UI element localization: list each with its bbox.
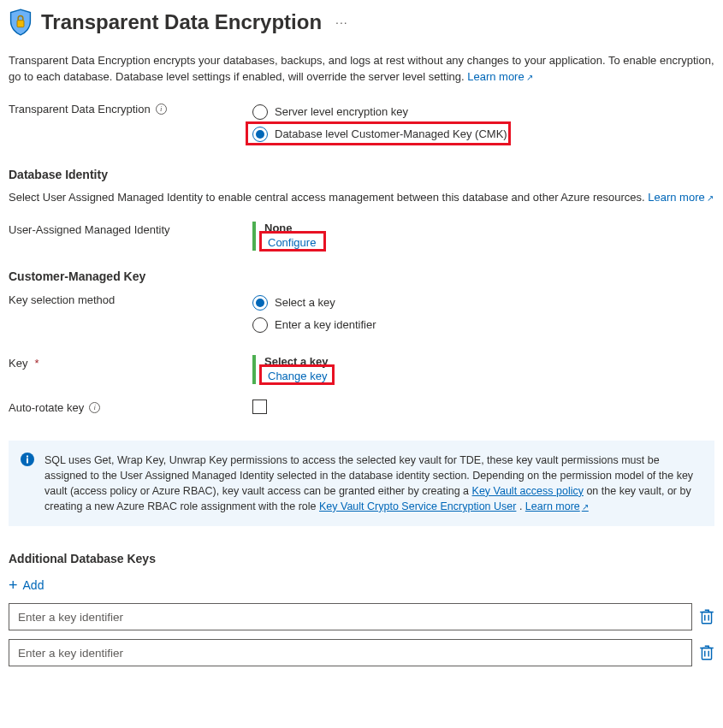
radio-icon[interactable]: [252, 317, 268, 333]
key-value: Select a key: [264, 355, 714, 368]
radio-enter-identifier[interactable]: Enter a key identifier: [252, 317, 714, 333]
radio-db-cmk[interactable]: Database level Customer-Managed Key (CMK…: [252, 127, 714, 142]
svg-rect-5: [702, 648, 711, 659]
key-identifier-row: [9, 639, 714, 666]
delete-icon[interactable]: [699, 608, 714, 625]
radio-server-level[interactable]: Server level encryption key: [252, 104, 714, 120]
key-label: Key: [9, 357, 27, 370]
identity-desc: Select User Assigned Managed Identity to…: [9, 190, 714, 206]
svg-rect-0: [17, 21, 24, 27]
intro-text: Transparent Data Encryption encrypts you…: [9, 53, 714, 86]
change-key-link[interactable]: Change key: [268, 370, 327, 382]
shield-lock-icon: [9, 9, 33, 36]
configure-identity-link[interactable]: Configure: [268, 236, 316, 249]
plus-icon: +: [9, 577, 18, 593]
info-note: SQL uses Get, Wrap Key, Unwrap Key permi…: [9, 441, 714, 527]
uami-label: User-Assigned Managed Identity: [9, 223, 170, 236]
key-identifier-input[interactable]: [9, 639, 692, 666]
info-icon[interactable]: i: [156, 104, 167, 115]
external-link-icon: ↗: [707, 193, 714, 203]
autorotate-row: Auto-rotate key i: [9, 400, 714, 417]
info-icon[interactable]: i: [89, 402, 100, 413]
autorotate-checkbox[interactable]: [252, 400, 267, 414]
page-title: Transparent Data Encryption: [41, 10, 322, 34]
delete-icon[interactable]: [699, 644, 714, 661]
page-header: Transparent Data Encryption ···: [9, 9, 714, 36]
key-identifier-row: [9, 603, 714, 630]
key-method-label: Key selection method: [9, 293, 115, 306]
radio-icon[interactable]: [252, 295, 268, 311]
key-row: Key* Select a key Change key: [9, 355, 714, 384]
external-link-icon: ↗: [582, 502, 589, 512]
external-link-icon: ↗: [526, 73, 533, 82]
intro-learn-more-link[interactable]: Learn more↗: [467, 70, 532, 83]
kv-crypto-user-link[interactable]: Key Vault Crypto Service Encryption User: [319, 500, 516, 512]
info-circle-icon: [21, 453, 34, 466]
radio-icon[interactable]: [252, 104, 268, 120]
required-indicator: *: [34, 357, 39, 370]
add-key-button[interactable]: + Add: [9, 577, 714, 593]
additional-keys-heading: Additional Database Keys: [9, 552, 714, 565]
key-method-row: Key selection method Select a key Enter …: [9, 292, 714, 340]
cmk-heading: Customer-Managed Key: [9, 269, 714, 283]
svg-rect-4: [702, 612, 711, 623]
svg-rect-2: [27, 458, 28, 463]
uami-row: User-Assigned Managed Identity None Conf…: [9, 222, 714, 251]
svg-rect-3: [27, 455, 28, 457]
uami-value: None: [264, 222, 714, 234]
database-identity-heading: Database Identity: [9, 168, 714, 181]
autorotate-label: Auto-rotate key: [9, 401, 84, 414]
key-identifier-input[interactable]: [9, 603, 692, 630]
identity-learn-more-link[interactable]: Learn more↗: [648, 191, 713, 204]
kv-access-policy-link[interactable]: Key Vault access policy: [472, 485, 584, 497]
tde-label: Transparent Data Encryption: [9, 103, 151, 115]
radio-select-key[interactable]: Select a key: [252, 295, 714, 311]
tde-option-row: Transparent Data Encryption i Server lev…: [9, 101, 714, 149]
note-learn-more-link[interactable]: Learn more↗: [525, 500, 589, 512]
more-actions-icon[interactable]: ···: [330, 15, 348, 29]
radio-icon[interactable]: [252, 127, 268, 142]
